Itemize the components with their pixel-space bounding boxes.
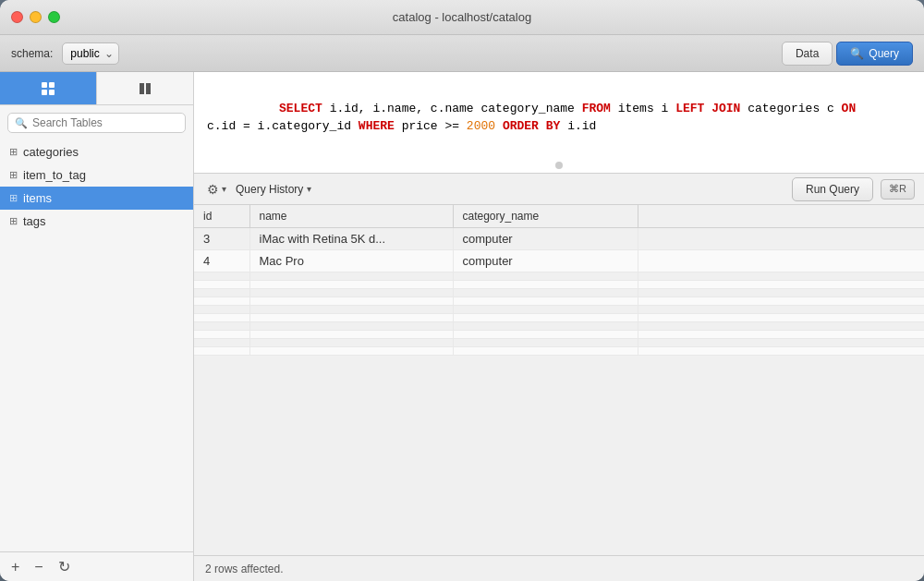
gear-icon: ⚙ — [207, 182, 219, 197]
query-history-button[interactable]: Query History ▾ — [236, 183, 311, 196]
close-button[interactable] — [11, 11, 23, 23]
cell-id: 4 — [194, 250, 249, 272]
results-toolbar-left: ⚙ ▾ Query History ▾ — [203, 180, 784, 199]
results-table: id name category_name 3 iMac with Retina… — [194, 205, 924, 555]
traffic-lights — [11, 11, 60, 23]
schema-select[interactable]: public — [62, 42, 119, 65]
window-title: catalog - localhost/catalog — [393, 10, 531, 24]
search-icon: 🔍 — [15, 117, 28, 129]
sidebar-footer: + − ↻ — [0, 551, 193, 581]
table-item-items[interactable]: ⊞ items — [0, 187, 193, 210]
table-icon: ⊞ — [9, 192, 18, 204]
main-content: 🔍 ⊞ categories ⊞ item_to_tag ⊞ items ⊞ — [0, 72, 924, 581]
grid-view-button[interactable] — [0, 72, 97, 104]
query-panel: SELECT i.id, i.name, c.name category_nam… — [194, 72, 924, 581]
cell-id: 3 — [194, 228, 249, 250]
maximize-button[interactable] — [48, 11, 60, 23]
toolbar-right: Data 🔍 Query — [782, 42, 913, 66]
cell-name: Mac Pro — [249, 250, 453, 272]
data-button[interactable]: Data — [782, 42, 833, 66]
table-row — [194, 322, 924, 331]
table-list: ⊞ categories ⊞ item_to_tag ⊞ items ⊞ tag… — [0, 140, 193, 551]
table-row — [194, 314, 924, 322]
query-button[interactable]: 🔍 Query — [836, 42, 913, 66]
table-icon: ⊞ — [9, 215, 18, 227]
table-row: 3 iMac with Retina 5K d... computer — [194, 228, 924, 250]
cell-category: computer — [453, 228, 638, 250]
table-item-categories[interactable]: ⊞ categories — [0, 140, 193, 163]
schema-label: schema: — [11, 47, 53, 60]
gear-chevron-icon: ▾ — [222, 184, 226, 194]
titlebar: catalog - localhost/catalog — [0, 0, 924, 35]
rows-affected-text: 2 rows affected. — [205, 563, 284, 575]
table-item-tags[interactable]: ⊞ tags — [0, 210, 193, 233]
results-toolbar: ⚙ ▾ Query History ▾ Run Query ⌘R — [194, 174, 924, 205]
col-header-id: id — [194, 205, 249, 228]
schema-select-wrap: public — [62, 42, 119, 65]
results-footer: 2 rows affected. — [194, 555, 924, 581]
run-query-button[interactable]: Run Query — [792, 177, 873, 201]
table-header: id name category_name — [194, 205, 924, 228]
table-row — [194, 289, 924, 297]
col-header-name: name — [249, 205, 453, 228]
svg-rect-3 — [49, 90, 55, 95]
table-body: 3 iMac with Retina 5K d... computer 4 Ma… — [194, 228, 924, 356]
table-row — [194, 306, 924, 314]
table-row — [194, 281, 924, 289]
svg-rect-0 — [42, 82, 47, 88]
cell-category: computer — [453, 250, 638, 272]
search-input[interactable] — [32, 116, 178, 129]
refresh-button[interactable]: ↻ — [55, 558, 74, 576]
table-row — [194, 297, 924, 306]
minimize-button[interactable] — [30, 11, 42, 23]
book-icon — [138, 81, 152, 96]
svg-rect-2 — [42, 90, 47, 95]
table-icon: ⊞ — [9, 146, 18, 158]
cell-empty — [638, 228, 924, 250]
toolbar: schema: public Data 🔍 Query — [0, 35, 924, 72]
app-window: catalog - localhost/catalog schema: publ… — [0, 0, 924, 581]
search-box: 🔍 — [7, 113, 186, 133]
history-chevron-icon: ▾ — [307, 184, 311, 194]
book-view-button[interactable] — [97, 72, 193, 104]
grid-icon — [41, 81, 55, 96]
table-row — [194, 347, 924, 356]
data-table: id name category_name 3 iMac with Retina… — [194, 205, 924, 356]
table-row — [194, 339, 924, 347]
table-row: 4 Mac Pro computer — [194, 250, 924, 272]
cell-name: iMac with Retina 5K d... — [249, 228, 453, 250]
sidebar-top-buttons — [0, 72, 193, 105]
scroll-indicator — [555, 162, 563, 169]
table-item-item-to-tag[interactable]: ⊞ item_to_tag — [0, 163, 193, 187]
remove-table-button[interactable]: − — [30, 558, 46, 576]
search-icon: 🔍 — [850, 47, 864, 60]
gear-button[interactable]: ⚙ ▾ — [203, 180, 230, 199]
table-row — [194, 331, 924, 339]
add-table-button[interactable]: + — [7, 558, 23, 576]
sidebar: 🔍 ⊞ categories ⊞ item_to_tag ⊞ items ⊞ — [0, 72, 194, 581]
shortcut-badge: ⌘R — [881, 179, 915, 200]
query-editor[interactable]: SELECT i.id, i.name, c.name category_nam… — [194, 72, 924, 174]
col-header-category: category_name — [453, 205, 638, 228]
cell-empty — [638, 250, 924, 272]
col-header-empty — [638, 205, 924, 228]
table-row — [194, 272, 924, 281]
query-text: SELECT i.id, i.name, c.name category_nam… — [207, 81, 911, 153]
table-icon: ⊞ — [9, 169, 18, 181]
svg-rect-1 — [49, 82, 55, 88]
